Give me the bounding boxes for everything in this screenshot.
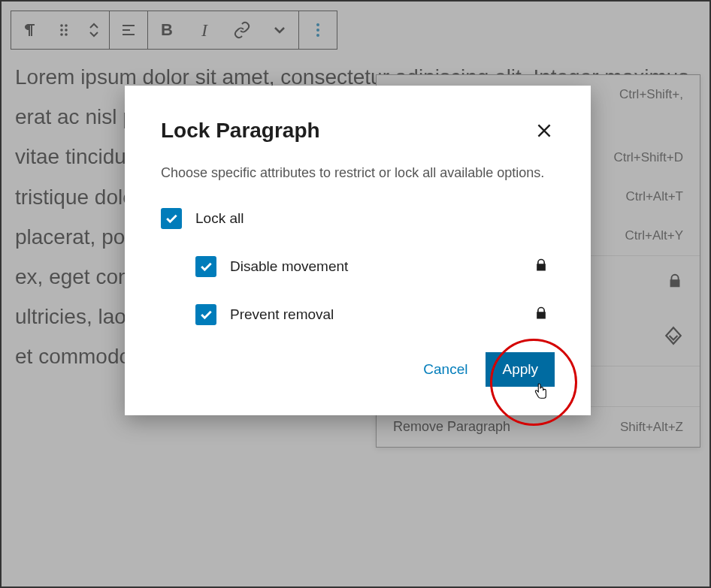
lock-all-label: Lock all [195,210,244,227]
lock-paragraph-modal: Lock Paragraph Choose specific attribute… [125,86,591,415]
disable-movement-checkbox[interactable] [195,256,216,277]
lock-icon [534,305,549,324]
modal-description: Choose specific attributes to restrict o… [161,165,555,181]
close-button[interactable] [534,120,555,141]
apply-button[interactable]: Apply [486,352,555,387]
prevent-removal-checkbox[interactable] [195,304,216,325]
prevent-removal-row[interactable]: Prevent removal [195,304,555,325]
cancel-button[interactable]: Cancel [419,354,472,385]
lock-all-row[interactable]: Lock all [161,208,555,229]
prevent-removal-label: Prevent removal [230,306,334,323]
modal-title: Lock Paragraph [161,119,320,143]
lock-icon [534,257,549,276]
lock-all-checkbox[interactable] [161,208,182,229]
disable-movement-row[interactable]: Disable movement [195,256,555,277]
disable-movement-label: Disable movement [230,258,348,275]
